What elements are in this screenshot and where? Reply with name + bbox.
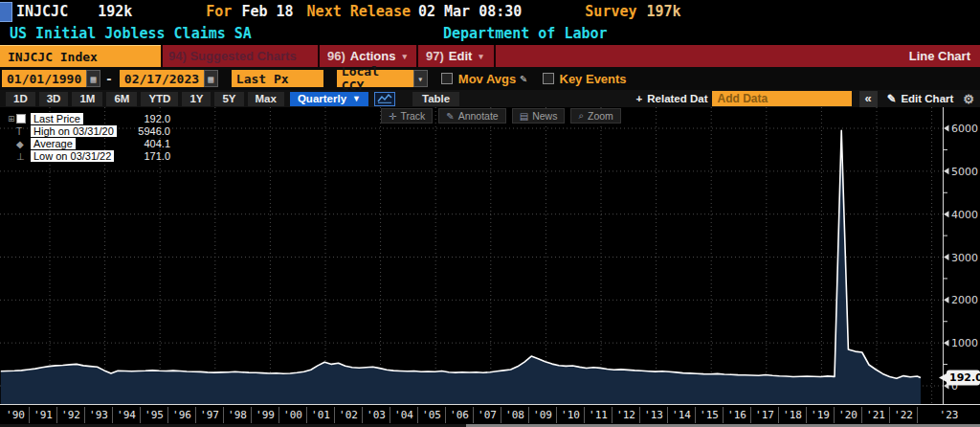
- annotate-label: Annotate: [458, 110, 499, 122]
- suggested-charts-menu[interactable]: 94) Suggested Charts: [163, 45, 318, 67]
- x-tick-label: '17: [751, 407, 779, 423]
- collapse-panel-button[interactable]: «: [859, 91, 878, 107]
- currency-dropdown-button[interactable]: ▾: [413, 70, 428, 87]
- start-date-input[interactable]: 01/01/1990: [2, 70, 86, 87]
- x-tick-label: '04: [390, 407, 418, 423]
- calendar-icon[interactable]: ▦: [204, 70, 218, 87]
- line-chart-icon: [377, 94, 392, 103]
- chart-settings-bar: 01/01/1990 ▦ - 02/17/2023 ▦ Last Px Loca…: [0, 67, 980, 90]
- period-toolbar: 1D3D1M6MYTD1Y5YMax Quarterly ▼ Table + R…: [0, 90, 980, 107]
- x-tick-label: '07: [474, 407, 501, 423]
- edit-label: Edit: [449, 49, 473, 63]
- pencil-icon[interactable]: ✎: [520, 72, 526, 85]
- last-price-marker-icon: [16, 114, 26, 124]
- frequency-select[interactable]: Quarterly ▼: [290, 92, 368, 106]
- svg-text:2000: 2000: [951, 294, 978, 306]
- x-tick-label: '01: [307, 407, 335, 423]
- plus-icon: +: [636, 93, 643, 104]
- chevron-down-icon: ▼: [352, 94, 361, 103]
- x-tick-label: '95: [141, 407, 168, 423]
- actions-label: Actions: [350, 49, 396, 63]
- end-date-input[interactable]: 02/17/2023: [120, 70, 204, 87]
- ticker-symbol: INJCJC: [16, 3, 68, 20]
- related-data-button[interactable]: + Related Dat: [636, 93, 708, 104]
- function-name: Line Chart: [496, 45, 980, 67]
- price-type-select[interactable]: Last Px: [232, 70, 323, 87]
- x-tick-label: '20: [835, 407, 862, 423]
- x-tick-label: '99: [252, 407, 279, 423]
- x-tick-label: '10: [557, 407, 585, 423]
- legend-value: 5946.0: [138, 125, 170, 137]
- expand-icon[interactable]: ⊞: [8, 114, 15, 124]
- period-tab-5y[interactable]: 5Y: [214, 92, 243, 106]
- svg-text:3000: 3000: [951, 252, 978, 264]
- x-tick-label: '19: [807, 407, 835, 423]
- period-tab-1y[interactable]: 1Y: [182, 92, 211, 106]
- mov-avgs-checkbox[interactable]: [441, 73, 453, 84]
- edit-shortcut: 97): [426, 49, 444, 63]
- x-axis: '90'91'92'93'94'95'96'97'98'99'00'01'02'…: [0, 404, 980, 423]
- function-menu-bar: INJCJC Index 94) Suggested Charts 96) Ac…: [0, 45, 980, 67]
- key-events-checkbox[interactable]: [543, 73, 554, 84]
- period-tab-6m[interactable]: 6M: [106, 92, 137, 106]
- x-tick-label: '97: [196, 407, 224, 423]
- news-button[interactable]: ▤ News: [512, 108, 566, 124]
- mov-avgs-label: Mov Avgs: [458, 72, 516, 86]
- bloomberg-terminal-window: INJCJC 192k For Feb 18 Next Release 02 M…: [0, 0, 980, 427]
- x-tick-label: '22: [890, 407, 918, 423]
- chart-area[interactable]: 0100020003000400050006000192.0 ✛ Track ✎…: [0, 107, 980, 404]
- legend-row-average: ◆ Average 404.1: [8, 138, 170, 149]
- x-tick-label: '93: [85, 407, 113, 423]
- svg-text:192.0: 192.0: [949, 371, 980, 384]
- currency-select[interactable]: Local CCY: [337, 70, 413, 87]
- gear-icon[interactable]: ⚙: [963, 92, 974, 106]
- period-tab-3d[interactable]: 3D: [39, 92, 69, 106]
- edit-menu[interactable]: 97) Edit ▾: [418, 45, 494, 67]
- line-chart-type-button[interactable]: [374, 92, 395, 106]
- period-tabs: 1D3D1M6MYTD1Y5YMax: [0, 92, 284, 106]
- x-tick-label: '21: [862, 407, 890, 423]
- key-events-label: Key Events: [560, 72, 627, 86]
- edit-chart-button[interactable]: ✎ Edit Chart: [887, 92, 954, 105]
- annotate-button[interactable]: ✎ Annotate: [438, 108, 505, 124]
- security-description-row: US Initial Jobless Claims SA Department …: [0, 23, 980, 45]
- survey-value: 197k: [647, 3, 681, 20]
- x-tick-label: '18: [779, 407, 807, 423]
- chevron-down-icon: ▾: [402, 52, 407, 61]
- x-tick-label: '06: [446, 407, 474, 423]
- function-title: Line Chart: [909, 49, 970, 63]
- x-tick-label: '94: [113, 407, 141, 423]
- actions-shortcut: 96): [327, 49, 345, 63]
- low-marker-icon: ⊥: [16, 151, 25, 162]
- zoom-label: Zoom: [588, 110, 613, 122]
- x-tick-label: '15: [696, 407, 724, 423]
- x-tick-label: '14: [668, 407, 696, 423]
- x-tick-label: '09: [529, 407, 557, 423]
- pencil-icon: ✎: [446, 111, 454, 122]
- track-label: Track: [400, 110, 425, 122]
- legend-row-last-price: ⊞ Last Price 192.0: [8, 113, 170, 124]
- average-marker-icon: ◆: [16, 139, 24, 149]
- zoom-button[interactable]: ⌕ Zoom: [570, 108, 620, 124]
- track-button[interactable]: ✛ Track: [381, 108, 433, 124]
- svg-text:5000: 5000: [951, 166, 978, 178]
- period-tab-max[interactable]: Max: [248, 92, 284, 106]
- calendar-icon[interactable]: ▦: [86, 70, 100, 87]
- add-data-input[interactable]: Add Data: [712, 91, 852, 106]
- x-tick-label: '92: [57, 407, 85, 423]
- period-tab-1d[interactable]: 1D: [6, 92, 35, 106]
- x-tick-label: '08: [501, 407, 529, 423]
- chevron-down-icon: ▾: [479, 52, 483, 61]
- news-icon: ▤: [520, 111, 528, 122]
- x-tick-label: '23: [918, 407, 980, 423]
- ticker-search-box[interactable]: INJCJC Index: [0, 45, 161, 67]
- for-value: Feb 18: [241, 3, 293, 20]
- legend-value: 404.1: [144, 138, 170, 149]
- table-button[interactable]: Table: [412, 92, 459, 106]
- period-tab-ytd[interactable]: YTD: [141, 92, 178, 106]
- chart-legend[interactable]: ⊞ Last Price 192.0 T High on 03/31/20 59…: [8, 113, 170, 163]
- magnifier-icon: ⌕: [578, 110, 584, 122]
- legend-value: 171.0: [144, 150, 170, 162]
- last-value: 192k: [98, 3, 132, 20]
- period-tab-1m[interactable]: 1M: [72, 92, 102, 106]
